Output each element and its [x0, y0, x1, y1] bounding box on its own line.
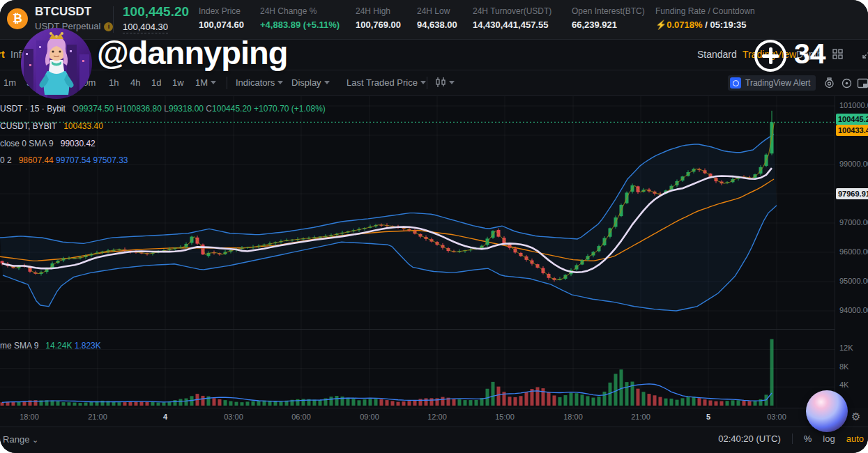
volume-legend-row: me SMA 9 14.24K 1.823K: [0, 341, 101, 351]
chevron-down-icon: [449, 81, 455, 84]
timeframe-4h[interactable]: 4h: [130, 77, 140, 88]
time-tick: 18:00: [20, 413, 39, 421]
time-tick: 03:00: [767, 413, 786, 421]
time-tick: 4: [163, 413, 167, 421]
time-tick: 09:00: [360, 413, 379, 421]
trading-app-window: ₿ BTCUSDT USDT Perpetuali 100,445.20 100…: [0, 0, 868, 453]
price-badge: 100433.4: [836, 125, 868, 136]
footer-divider: [792, 433, 793, 444]
legend-row-2: close 0 SMA 9 99030.42: [0, 139, 96, 148]
expand-icon[interactable]: [862, 49, 868, 62]
volume-tick: 4K: [839, 381, 848, 389]
time-tick: 15:00: [495, 413, 515, 421]
header-divider: [113, 6, 114, 33]
price-tick: 94000.00: [839, 306, 868, 314]
time-tick: 18:00: [563, 413, 583, 421]
price-tick: 99000.00: [839, 160, 868, 168]
time-tick: 06:00: [291, 413, 311, 421]
time-tick: 03:00: [224, 413, 243, 421]
indicators-menu[interactable]: Indicators: [236, 77, 283, 88]
price-badge: 100445.2: [836, 114, 868, 125]
volume-tick: 12K: [839, 344, 853, 352]
avatar: [21, 28, 92, 99]
timeframe-1d[interactable]: 1d: [151, 77, 161, 88]
time-tick: 21:00: [88, 413, 107, 421]
volume-tick: 8K: [839, 362, 848, 371]
time-axis[interactable]: 18:0021:00403:0006:0009:0012:0015:0018:0…: [0, 408, 835, 427]
chart-footer: Date Range ⌄ 02:40:20 (UTC) % log auto: [0, 427, 868, 453]
mark-price[interactable]: 100,404.30: [123, 22, 168, 33]
time-tick: 5: [706, 413, 710, 421]
toolbar-divider: [427, 77, 427, 89]
time-tick: 21:00: [631, 413, 650, 421]
percent-scale-toggle[interactable]: %: [804, 433, 812, 444]
time-tick: 12:00: [427, 413, 447, 421]
chart-mode-standard[interactable]: Standard: [697, 49, 737, 60]
symbol-name[interactable]: BTCUSDT: [35, 5, 91, 19]
sphere-cursor-orb: [806, 390, 848, 432]
chevron-down-icon: [277, 81, 283, 84]
display-menu[interactable]: Display: [291, 77, 330, 88]
tradingview-alert-button[interactable]: TradingView Alert: [728, 75, 816, 91]
tab-chart[interactable]: Chart: [0, 49, 5, 60]
price-axis[interactable]: 101000.0099000.0097000.0096000.0095000.0…: [835, 96, 868, 408]
gear-icon[interactable]: ⚙: [851, 410, 860, 423]
legend-row-3: 0 2 98607.44 99707.54 97507.33: [0, 155, 128, 165]
chevron-down-icon: [420, 81, 426, 84]
timeframe-1h[interactable]: 1h: [109, 77, 119, 88]
legend-row-1: CUSDT, BYBIT 100433.40: [0, 121, 103, 131]
toolbar-divider: [227, 77, 227, 89]
price-source-menu[interactable]: Last Traded Price: [347, 77, 426, 88]
price-tick: 97000.00: [839, 218, 868, 227]
chevron-down-icon: [324, 81, 330, 84]
price-tick: 101000.00: [839, 101, 868, 109]
timeframe-1w[interactable]: 1w: [172, 77, 184, 88]
plus-circle-icon[interactable]: [754, 40, 786, 72]
focus-target-icon[interactable]: [841, 77, 853, 91]
timeframe-1m[interactable]: 1m: [3, 77, 16, 88]
auto-scale-toggle[interactable]: auto: [846, 433, 864, 444]
legend-row-0: USDT · 15 · Bybit O99374.50 H100836.80 L…: [0, 104, 326, 114]
date-range-menu[interactable]: Date Range ⌄: [0, 434, 38, 445]
chart-toolbar: 1m5m15m30m1h4h1d1w1M Indicators Display …: [0, 70, 868, 96]
info-icon[interactable]: i: [104, 22, 113, 31]
panel-layout-icon[interactable]: [857, 77, 868, 91]
timeframe-1M[interactable]: 1M: [195, 77, 216, 88]
candle-style-menu[interactable]: [435, 77, 455, 88]
price-tick: 95000.00: [839, 277, 868, 285]
btc-coin-icon: ₿: [7, 8, 28, 29]
log-scale-toggle[interactable]: log: [823, 433, 835, 444]
clock-utc[interactable]: 02:40:20 (UTC): [718, 433, 781, 444]
last-price: 100,445.20: [123, 4, 189, 20]
grid-layout-icon[interactable]: [832, 49, 843, 62]
streamer-handle: @dannyping: [97, 33, 287, 72]
price-badge: 97969.91: [836, 188, 868, 199]
screenshot-camera-icon[interactable]: [823, 77, 835, 91]
alarm-clock-icon: [730, 77, 741, 89]
chart-canvas[interactable]: [0, 96, 835, 408]
price-tick: 96000.00: [839, 247, 868, 256]
overlay-count: 34: [794, 38, 826, 70]
candlestick-chart[interactable]: USDT · 15 · Bybit O99374.50 H100836.80 L…: [0, 96, 835, 408]
